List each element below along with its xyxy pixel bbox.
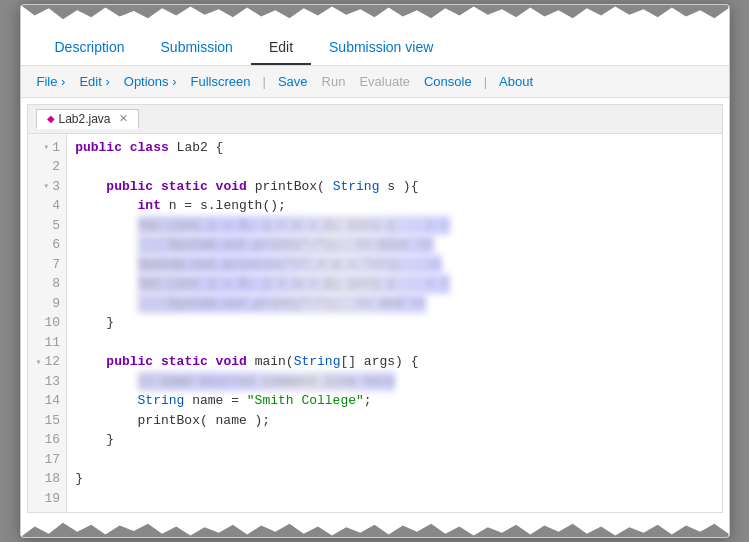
code-line-6: System.out.print("-"); << blur >> — [75, 235, 721, 255]
code-line-2 — [75, 157, 721, 177]
file-diamond-icon: ◆ — [47, 113, 55, 124]
code-line-13: // some blurred comment line here — [75, 372, 721, 392]
tab-submission[interactable]: Submission — [143, 31, 251, 65]
code-line-18: } — [75, 469, 721, 489]
tab-submission-view[interactable]: Submission view — [311, 31, 451, 65]
editor-file-tab[interactable]: ◆ Lab2.java ✕ — [36, 109, 139, 129]
ln-13: 13 — [36, 372, 61, 392]
ln-16: 16 — [36, 430, 61, 450]
code-line-4: int n = s.length(); — [75, 196, 721, 216]
fold-icon-1[interactable]: ▾ — [43, 140, 49, 155]
editor-tab-bar: ◆ Lab2.java ✕ — [28, 105, 722, 134]
ln-18: 18 — [36, 469, 61, 489]
ln-6: 6 — [36, 235, 61, 255]
ln-4: 4 — [36, 196, 61, 216]
ln-11: 11 — [36, 333, 61, 353]
ln-15: 15 — [36, 411, 61, 431]
ln-2: 2 — [36, 157, 61, 177]
tab-edit[interactable]: Edit — [251, 31, 311, 65]
editor-close-icon[interactable]: ✕ — [119, 112, 128, 125]
code-line-16: } — [75, 430, 721, 450]
code-line-11 — [75, 333, 721, 353]
editor-file-name: Lab2.java — [59, 112, 111, 126]
sep-1: | — [259, 74, 270, 89]
code-line-5: for (int i = 0; i < n + 2; i++) { ▪ ▪ — [75, 216, 721, 236]
ln-7: 7 — [36, 255, 61, 275]
ln-14: 14 — [36, 391, 61, 411]
line-numbers: ▾1 2 ▾3 4 5 6 7 8 9 10 11 ▾12 13 14 15 1… — [28, 134, 68, 513]
code-line-17 — [75, 450, 721, 470]
editor-container: ◆ Lab2.java ✕ ▾1 2 ▾3 4 5 6 7 8 9 10 — [27, 104, 723, 514]
ln-8: 8 — [36, 274, 61, 294]
code-line-7: System.out.println("+" + s + "+"); ▪▪ — [75, 255, 721, 275]
code-line-3: public static void printBox( String s ){ — [75, 177, 721, 197]
toolbar-file[interactable]: File — [31, 71, 72, 92]
toolbar-console[interactable]: Console — [418, 71, 478, 92]
toolbar-edit[interactable]: Edit — [73, 71, 115, 92]
ln-12: ▾12 — [36, 352, 61, 372]
tab-description[interactable]: Description — [37, 31, 143, 65]
fold-icon-3[interactable]: ▾ — [43, 179, 49, 194]
toolbar-evaluate: Evaluate — [353, 71, 416, 92]
ln-17: 17 — [36, 450, 61, 470]
code-line-12: public static void main(String[] args) { — [75, 352, 721, 372]
code-line-19 — [75, 489, 721, 509]
ln-19: 19 — [36, 489, 61, 509]
toolbar-about[interactable]: About — [493, 71, 539, 92]
code-line-14: String name = "Smith College"; — [75, 391, 721, 411]
toolbar-fullscreen[interactable]: Fullscreen — [185, 71, 257, 92]
code-line-1: public class Lab2 { — [75, 138, 721, 158]
toolbar-run: Run — [316, 71, 352, 92]
fold-icon-12[interactable]: ▾ — [36, 355, 42, 370]
ln-10: 10 — [36, 313, 61, 333]
ln-3: ▾3 — [36, 177, 61, 197]
code-line-8: for (int j = 0; j < n + 2; j++) { ▪ ▪ — [75, 274, 721, 294]
code-line-9: System.out.print("-"); << end >> — [75, 294, 721, 314]
ln-5: 5 — [36, 216, 61, 236]
ln-1: ▾1 — [36, 138, 61, 158]
toolbar: File Edit Options Fullscreen | Save Run … — [21, 66, 729, 98]
tab-bar: Description Submission Edit Submission v… — [21, 23, 729, 66]
code-lines[interactable]: public class Lab2 { public static void p… — [67, 134, 721, 513]
code-area[interactable]: ▾1 2 ▾3 4 5 6 7 8 9 10 11 ▾12 13 14 15 1… — [28, 134, 722, 513]
sep-2: | — [480, 74, 491, 89]
code-line-10: } — [75, 313, 721, 333]
code-line-15: printBox( name ); — [75, 411, 721, 431]
toolbar-save[interactable]: Save — [272, 71, 314, 92]
toolbar-options[interactable]: Options — [118, 71, 183, 92]
ln-9: 9 — [36, 294, 61, 314]
